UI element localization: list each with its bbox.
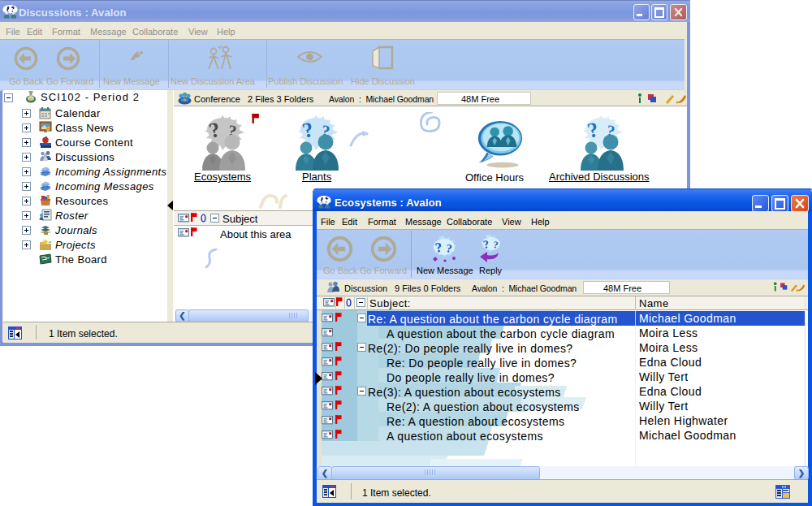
svg-text:?: ? <box>493 239 499 251</box>
svg-text:?: ? <box>446 242 453 255</box>
